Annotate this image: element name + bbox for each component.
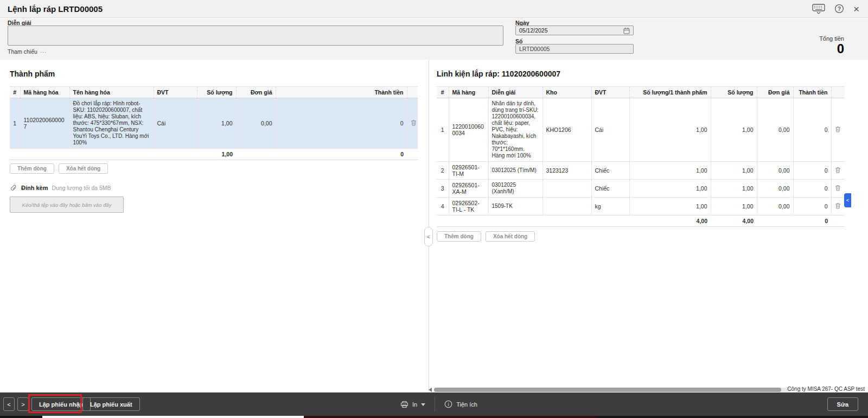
bottom-action-bar: < > Lập phiếu nhập Lập phiếu xuất In i (0, 392, 868, 416)
table-row[interactable]: 402926502-TI-L - TK1509-TKkg1,001,000,00… (437, 198, 845, 216)
cell-actions (831, 98, 845, 162)
company-name: Công ty MISA 267- QC ASP test (787, 386, 865, 392)
document-header-form: Diễn giải Tham chiếu ... Ngày 05/12/2025… (0, 18, 868, 60)
delete-row-icon[interactable] (835, 126, 841, 132)
delete-row-icon[interactable] (411, 119, 417, 126)
col-so-luong: Số lượng (711, 87, 757, 98)
cell-kho: 3123123 (542, 162, 591, 180)
help-icon[interactable]: ? (834, 4, 844, 14)
calendar-icon[interactable] (623, 27, 630, 34)
print-dropdown-caret-icon[interactable] (421, 403, 425, 406)
ngay-date-input[interactable]: 05/12/2025 (515, 26, 634, 35)
expand-panel-tab[interactable]: < (844, 193, 851, 207)
collapse-left-handle[interactable]: < (424, 227, 433, 246)
cell-don_gia: 0,00 (236, 98, 276, 149)
so-input[interactable]: LRTD00005 (515, 44, 634, 54)
cell-stt: 1 (10, 98, 20, 149)
clear-rows-button[interactable]: Xóa hết dòng (486, 231, 535, 242)
edit-button[interactable]: Sửa (827, 397, 858, 411)
next-record-button[interactable]: > (17, 397, 29, 411)
scrollbar-track[interactable] (434, 388, 792, 392)
utilities-label[interactable]: Tiện ích (456, 401, 477, 408)
dien-giai-textarea[interactable] (8, 26, 503, 46)
col-ten-hang-hoa: Tên hàng hóa (69, 87, 154, 98)
cell-dvt: Chiếc (591, 180, 629, 198)
cell-ma: 02926502-TI-L - TK (449, 198, 488, 216)
col-ma-hang-hoa: Mã hàng hóa (20, 87, 69, 98)
print-label[interactable]: In (412, 401, 417, 408)
cell-dien_giai: 1509-TK (488, 198, 542, 216)
cell-kho (542, 180, 591, 198)
panel-divider (429, 60, 429, 392)
tham-chieu-label: Tham chiếu (8, 48, 37, 55)
cell-dien_giai: Nhãn dán tự dính, dùng trang trí-SKU: 12… (488, 98, 542, 162)
col-dvt: ĐVT (591, 87, 629, 98)
col-so-luong: Số lượng (197, 87, 236, 98)
cell-dvt: kg (591, 198, 629, 216)
cell-stt: 2 (437, 162, 449, 180)
cell-thanh_tien: 0 (793, 180, 831, 198)
total-so-luong: 4,00 (711, 216, 757, 227)
table-row[interactable]: 302926501-XA-M03012025 (Xanh/M)Chiếc1,00… (437, 180, 845, 198)
cell-so_luong: 1,00 (197, 98, 236, 149)
add-row-button[interactable]: Thêm dòng (10, 163, 54, 174)
table-row[interactable]: 112200100600034Nhãn dán tự dính, dùng tr… (437, 98, 845, 162)
add-row-button[interactable]: Thêm dòng (437, 231, 481, 242)
printer-icon[interactable] (400, 401, 409, 408)
cell-sl1: 1,00 (629, 198, 711, 216)
cell-actions (831, 180, 845, 198)
cell-sl1: 1,00 (629, 162, 711, 180)
cell-ma: 12200100600034 (449, 98, 488, 162)
assembly-order-window: Lệnh lắp ráp LRTD00005 ? × Diễn giải Tha… (0, 0, 868, 418)
cell-actions (831, 198, 845, 216)
total-thanh-tien: 0 (793, 216, 831, 227)
lap-phieu-nhap-button[interactable]: Lập phiếu nhập (31, 397, 91, 411)
col-stt: # (10, 87, 20, 98)
cell-thanh_tien: 0 (793, 98, 831, 162)
toolbar-separator (435, 397, 435, 411)
cell-so_luong: 1,00 (711, 162, 757, 180)
totals-row: 1,00 0 (10, 149, 418, 160)
svg-text:i: i (448, 402, 449, 407)
delete-row-icon[interactable] (835, 167, 841, 173)
attachment-hint: Dung lượng tối đa 5MB (52, 185, 111, 191)
table-header-row: # Mã hàng hóa Tên hàng hóa ĐVT Số lượng … (10, 87, 418, 98)
components-title: Linh kiện lắp ráp: 11020200600007 (437, 69, 845, 78)
tham-chieu-more-link[interactable]: ... (40, 47, 47, 54)
delete-row-icon[interactable] (835, 185, 841, 191)
utilities-icon[interactable]: i (444, 400, 452, 408)
cell-so_luong: 1,00 (711, 198, 757, 216)
col-actions (831, 87, 845, 98)
clear-rows-button[interactable]: Xóa hết dòng (59, 163, 108, 174)
cell-dien_giai: 03012025 (Tím/M) (488, 162, 542, 180)
lap-phieu-xuat-button[interactable]: Lập phiếu xuất (82, 397, 140, 411)
horizontal-scrollbar (429, 387, 808, 392)
table-row[interactable]: 111020200600007Đồ chơi lắp ráp: Hình rob… (10, 98, 418, 149)
col-dvt: ĐVT (154, 87, 197, 98)
close-icon[interactable]: × (853, 4, 859, 14)
keyboard-shortcuts-icon[interactable] (812, 4, 825, 14)
cell-don_gia: 0,00 (757, 162, 793, 180)
file-dropzone[interactable]: Kéo/thả tệp vào đây hoặc bấm vào đây (10, 197, 124, 213)
attachment-label: Đính kèm (21, 185, 48, 191)
finished-goods-panel: Thành phẩm # Mã hàng hóa Tên hàng hóa ĐV… (10, 69, 418, 213)
col-thanh-tien: Thành tiền (276, 87, 407, 98)
col-don-gia: Đơn giá (236, 87, 276, 98)
prev-record-button[interactable]: < (3, 397, 15, 411)
cell-ten: Đồ chơi lắp ráp: Hình robot-SKU: 1102020… (69, 98, 154, 149)
scroll-left-arrow-icon[interactable] (429, 388, 432, 392)
cell-ma: 02926501-XA-M (449, 180, 488, 198)
table-header-row: # Mã hàng Diễn giải Kho ĐVT Số lượng/1 t… (437, 87, 845, 98)
ngay-value: 05/12/2025 (519, 27, 548, 34)
scrollbar-thumb[interactable] (434, 388, 781, 392)
cell-thanh_tien: 0 (793, 162, 831, 180)
cell-dvt: Cái (591, 98, 629, 162)
col-ma-hang: Mã hàng (449, 87, 488, 98)
cell-so_luong: 1,00 (711, 180, 757, 198)
table-row[interactable]: 202926501-TI-M03012025 (Tím/M)3123123Chi… (437, 162, 845, 180)
col-don-gia: Đơn giá (757, 87, 793, 98)
so-value: LRTD00005 (519, 46, 550, 52)
finished-goods-table: # Mã hàng hóa Tên hàng hóa ĐVT Số lượng … (10, 86, 418, 160)
svg-text:?: ? (838, 6, 841, 12)
delete-row-icon[interactable] (835, 202, 841, 209)
